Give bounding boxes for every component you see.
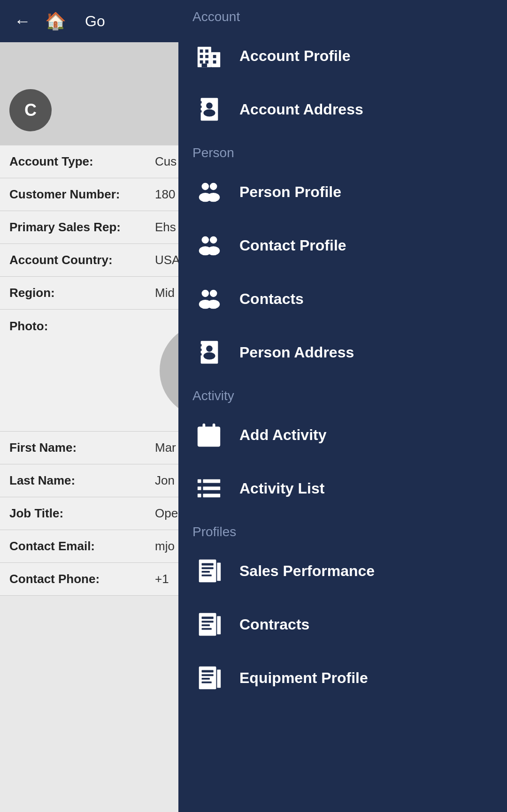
menu-section-profiles: Profiles — [178, 515, 507, 544]
menu-item-sales-performance[interactable]: Sales Performance — [178, 544, 507, 598]
equipment-profile-icon — [192, 661, 225, 694]
menu-item-person-address[interactable]: Person Address — [178, 326, 507, 379]
contracts-icon — [192, 608, 225, 641]
svg-rect-38 — [198, 427, 220, 434]
value-job-title: Ope — [150, 497, 183, 530]
value-first-name: Mar — [150, 432, 181, 464]
svg-point-27 — [202, 290, 209, 297]
svg-rect-34 — [199, 353, 202, 356]
menu-item-contact-profile[interactable]: Contact Profile — [178, 219, 507, 272]
svg-rect-52 — [202, 571, 210, 573]
svg-rect-39 — [202, 424, 205, 430]
svg-rect-9 — [205, 61, 208, 64]
sales-performance-icon — [192, 554, 225, 587]
equipment-profile-label: Equipment Profile — [239, 669, 368, 687]
svg-point-35 — [206, 346, 213, 352]
svg-point-24 — [210, 236, 217, 243]
svg-rect-53 — [202, 575, 212, 577]
svg-point-36 — [203, 352, 215, 359]
menu-item-person-profile[interactable]: Person Profile — [178, 165, 507, 219]
activity-list-label: Activity List — [239, 480, 324, 497]
svg-point-23 — [202, 236, 209, 243]
menu-item-contacts[interactable]: Contacts — [178, 272, 507, 326]
svg-rect-33 — [199, 349, 202, 351]
svg-rect-11 — [213, 61, 216, 64]
svg-rect-16 — [199, 110, 202, 113]
contracts-label: Contracts — [239, 616, 309, 633]
label-first-name: First Name: — [0, 432, 150, 464]
svg-point-20 — [210, 183, 217, 190]
label-account-country: Account Country: — [0, 244, 150, 276]
page-title: Go — [85, 13, 105, 30]
menu-section-account: Account — [178, 0, 507, 29]
menu-item-account-address[interactable]: Account Address — [178, 83, 507, 136]
svg-rect-54 — [217, 563, 221, 581]
add-activity-label: Add Activity — [239, 426, 327, 444]
home-button[interactable]: 🏠 — [45, 11, 66, 31]
contact-profile-label: Contact Profile — [239, 237, 346, 254]
menu-item-add-activity[interactable]: Add Activity — [178, 408, 507, 462]
menu-section-activity: Activity — [178, 379, 507, 408]
svg-rect-64 — [202, 678, 210, 680]
svg-rect-48 — [203, 494, 220, 498]
menu-item-contracts[interactable]: Contracts — [178, 598, 507, 651]
svg-rect-45 — [198, 486, 201, 490]
profile-initial: C — [9, 89, 52, 131]
svg-rect-51 — [202, 567, 214, 569]
calendar-add-icon — [192, 418, 225, 451]
svg-rect-3 — [211, 52, 220, 67]
menu-item-account-profile[interactable]: Account Profile — [178, 29, 507, 83]
label-account-type: Account Type: — [0, 145, 150, 178]
svg-rect-66 — [217, 670, 221, 688]
svg-point-18 — [203, 109, 215, 116]
people-icon — [192, 175, 225, 208]
contacts-icon — [192, 282, 225, 315]
contact-profile-icon — [192, 229, 225, 262]
back-button[interactable]: ← — [14, 11, 31, 31]
svg-rect-7 — [205, 55, 208, 58]
list-icon — [192, 472, 225, 505]
svg-rect-57 — [202, 621, 214, 622]
svg-rect-65 — [202, 682, 212, 683]
building-icon — [192, 39, 225, 72]
value-primary-sales-rep: Ehs — [150, 211, 181, 243]
person-profile-label: Person Profile — [239, 183, 341, 201]
person-address-label: Person Address — [239, 344, 354, 361]
svg-rect-50 — [202, 563, 214, 566]
svg-rect-6 — [200, 55, 203, 58]
svg-rect-59 — [202, 628, 212, 630]
menu-item-activity-list[interactable]: Activity List — [178, 462, 507, 515]
label-customer-number: Customer Number: — [0, 178, 150, 211]
svg-rect-8 — [200, 61, 203, 64]
menu-item-equipment-profile[interactable]: Equipment Profile — [178, 651, 507, 705]
svg-rect-32 — [199, 344, 202, 347]
svg-point-19 — [202, 183, 209, 190]
svg-rect-43 — [198, 479, 201, 483]
person-address-icon — [192, 336, 225, 369]
svg-rect-4 — [200, 49, 203, 53]
svg-rect-15 — [199, 106, 202, 108]
value-account-type: Cus — [150, 145, 181, 178]
svg-rect-56 — [202, 617, 214, 619]
label-last-name: Last Name: — [0, 464, 150, 497]
account-address-label: Account Address — [239, 101, 363, 118]
svg-point-28 — [210, 290, 217, 297]
svg-point-26 — [207, 246, 220, 255]
value-last-name: Jon — [150, 464, 179, 497]
label-photo: Photo: — [0, 310, 150, 341]
svg-point-17 — [206, 103, 213, 109]
svg-rect-63 — [202, 674, 214, 676]
svg-rect-58 — [202, 624, 210, 626]
addressbook-icon — [192, 93, 225, 126]
svg-rect-10 — [213, 55, 216, 58]
svg-point-22 — [207, 193, 220, 202]
value-customer-number: 180 — [150, 178, 180, 211]
svg-rect-60 — [217, 616, 221, 635]
label-contact-email: Contact Email: — [0, 530, 150, 562]
label-job-title: Job Title: — [0, 497, 150, 530]
svg-rect-40 — [213, 424, 215, 430]
label-primary-sales-rep: Primary Sales Rep: — [0, 211, 150, 243]
value-contact-phone: +1 — [150, 563, 174, 595]
label-contact-phone: Contact Phone: — [0, 563, 150, 595]
svg-rect-44 — [203, 479, 220, 483]
